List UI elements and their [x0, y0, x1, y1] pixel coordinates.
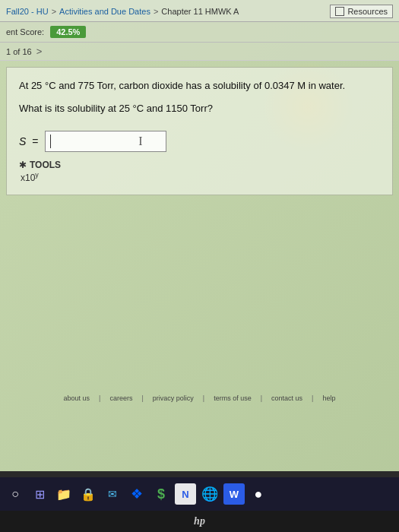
answer-label: S	[19, 135, 26, 147]
taskbar-mail-icon[interactable]: ✉	[102, 483, 123, 505]
pagination-text: 1 of 16	[6, 47, 32, 56]
footer-sep-3: |	[203, 394, 204, 402]
taskbar-start-icon[interactable]: ⊞	[29, 483, 50, 505]
resources-label: Resources	[347, 7, 388, 16]
taskbar-files-icon[interactable]: 📁	[53, 483, 74, 505]
question-line1: At 25 °C and 775 Torr, carbon dioxide ha…	[19, 78, 380, 93]
footer-privacy[interactable]: privacy policy	[153, 394, 194, 402]
breadcrumb: Fall20 - HU > Activities and Due Dates >…	[6, 7, 239, 16]
resources-button[interactable]: Resources	[330, 5, 393, 18]
taskbar-lock-icon[interactable]: 🔒	[78, 483, 99, 505]
resources-icon	[335, 7, 344, 16]
tools-row: ✱ TOOLS	[19, 160, 380, 170]
breadcrumb-link-2[interactable]: Activities and Due Dates	[59, 7, 150, 16]
footer-sep-4: |	[261, 394, 262, 402]
taskbar-search-icon[interactable]: ○	[5, 483, 26, 505]
question-line2: What is its solubility at 25 °C and 1150…	[19, 101, 380, 116]
power-text: x10y	[21, 173, 39, 183]
score-label: ent Score:	[6, 27, 44, 36]
taskbar: ○ ⊞ 📁 🔒 ✉ ❖ $ N 🌐 W ●	[0, 477, 399, 511]
footer-sep-1: |	[99, 394, 100, 402]
taskbar-dollar-icon[interactable]: $	[150, 483, 172, 505]
footer-careers[interactable]: careers	[109, 394, 132, 402]
breadcrumb-sep-2: >	[154, 7, 158, 16]
hp-logo-bar: hp	[0, 511, 399, 532]
answer-row: S = I	[19, 131, 380, 152]
footer-sep-5: |	[312, 394, 313, 402]
tools-wrench-icon: ✱	[19, 160, 27, 170]
tools-label[interactable]: TOOLS	[30, 160, 61, 170]
taskbar-chrome-icon[interactable]: ●	[248, 483, 269, 505]
score-bar: ent Score: 42.5%	[0, 22, 399, 43]
answer-equals: =	[32, 135, 38, 147]
answer-input[interactable]	[49, 131, 163, 151]
content-area: At 25 °C and 775 Torr, carbon dioxide ha…	[6, 67, 393, 195]
answer-input-box[interactable]: I	[45, 131, 166, 152]
breadcrumb-sep-1: >	[52, 7, 56, 16]
hp-logo: hp	[194, 515, 205, 527]
pagination-bar: 1 of 16 >	[0, 43, 399, 61]
footer-about[interactable]: about us	[64, 394, 90, 402]
cursor-beam	[50, 135, 51, 148]
footer-contact[interactable]: contact us	[271, 394, 302, 402]
taskbar-word-n-icon[interactable]: N	[175, 483, 196, 505]
header-bar: Fall20 - HU > Activities and Due Dates >…	[0, 0, 399, 22]
footer-help[interactable]: help	[322, 394, 335, 402]
i-cursor: I	[138, 135, 142, 148]
footer-links: about us | careers | privacy policy | te…	[0, 390, 399, 407]
taskbar-word-w-icon[interactable]: W	[223, 483, 245, 505]
taskbar-dropbox-icon[interactable]: ❖	[126, 483, 147, 505]
footer-terms[interactable]: terms of use	[214, 394, 252, 402]
breadcrumb-current: Chapter 11 HMWK A	[161, 7, 239, 16]
taskbar-edge-icon[interactable]: 🌐	[199, 483, 220, 505]
score-badge: 42.5%	[50, 26, 86, 38]
pagination-next-arrow[interactable]: >	[36, 46, 43, 57]
footer-sep-2: |	[141, 394, 143, 402]
breadcrumb-link-1[interactable]: Fall20 - HU	[6, 7, 49, 16]
power-notation: x10y	[19, 170, 380, 184]
